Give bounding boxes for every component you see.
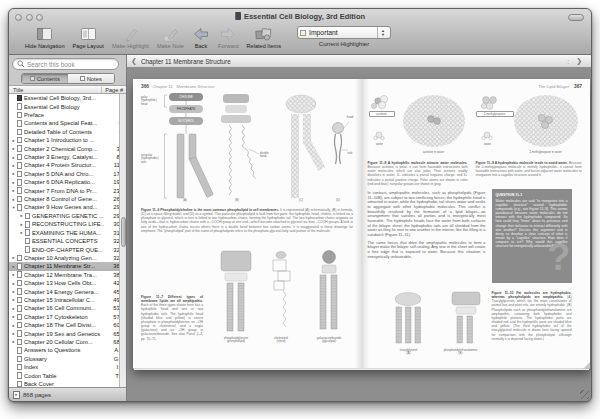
toc-row[interactable]: ▸ Chapter 11 Membrane Str... 363 — [9, 262, 126, 270]
disclosure-triangle[interactable]: ▸ — [11, 155, 16, 160]
water-label-left: water — [370, 143, 390, 146]
toc-row[interactable]: Answers to Questions A:1 — [9, 346, 126, 354]
toc-row[interactable]: ▾ Chapter 9 How Genes and... 297 — [9, 203, 126, 211]
disclosure-triangle[interactable]: ▸ — [11, 146, 16, 151]
toc-row[interactable]: Contents and Special Feat... ix — [9, 119, 126, 127]
highlighter-select[interactable]: Important ▲▼ — [297, 26, 391, 39]
search-input[interactable] — [27, 61, 114, 68]
toc-row[interactable]: Index I:1 — [9, 363, 126, 371]
disclosure-triangle[interactable]: ▸ — [19, 230, 24, 235]
make-highlight-button[interactable]: Make Highlight — [110, 26, 151, 50]
figure-11-10: triacylglycerol (A) phosphatidylethanola… — [376, 291, 488, 361]
toolbar-toggle-button[interactable] — [568, 14, 584, 21]
toc-row[interactable]: ▸ RECONSTRUCTING LIFE... 309 — [9, 220, 126, 228]
tab-contents[interactable]: Contents — [22, 74, 68, 83]
disclosure-triangle[interactable]: ▸ — [11, 138, 16, 143]
toc-row[interactable]: ▸ Chapter 2 Chemical Comp... 39 — [9, 144, 126, 152]
page-curl — [583, 362, 590, 369]
disclosure-triangle[interactable]: ▸ — [11, 255, 16, 260]
toc-row[interactable]: ▸ Chapter 8 Control of Gene... 269 — [9, 195, 126, 203]
forward-button[interactable]: Forward — [216, 26, 241, 50]
toc-row[interactable]: ESSENTIAL CONCEPTS 323 — [9, 237, 126, 245]
toc-row[interactable]: END-OF-CHAPTER QUE... 324 — [9, 245, 126, 253]
toc-row[interactable]: ▸ Chapter 6 DNA Replicatio... 197 — [9, 178, 126, 186]
sidebar-scrollbar[interactable] — [119, 94, 126, 387]
toc-row[interactable]: ▸ Chapter 17 Cytoskeleton 571 — [9, 313, 126, 321]
toc-item-icon — [17, 322, 22, 329]
highlighter-group: Important ▲▼ Current Highlighter — [297, 26, 391, 47]
toc-row[interactable]: Preface v — [9, 111, 126, 119]
page-layout-button[interactable]: Page Layout — [71, 26, 106, 50]
toc-row[interactable]: Glossary G:1 — [9, 355, 126, 363]
disclosure-triangle[interactable]: ▸ — [11, 264, 16, 269]
disclosure-triangle[interactable]: ▸ — [11, 272, 16, 277]
disclosure-triangle[interactable]: ▸ — [11, 323, 16, 328]
right-page-header: The Lipid Bilayer 367 — [538, 84, 582, 89]
sidebar-tabs: Contents Notes — [21, 73, 115, 84]
tab-notes[interactable]: Notes — [68, 74, 114, 83]
related-items-button[interactable]: Related Items — [245, 26, 284, 50]
toc-row[interactable]: ▸ GENERATING GENETIC ... 298 — [9, 212, 126, 220]
toc-row[interactable]: ▸ Chapter 1 Introduction to ... 1 — [9, 136, 126, 144]
disclosure-triangle[interactable]: ▸ — [11, 331, 16, 336]
splitter-handle-icon[interactable]: ⁚ — [567, 58, 569, 65]
toc-row[interactable]: ▸ Chapter 13 How Cells Obt... 425 — [9, 279, 126, 287]
toc-row[interactable]: Codon Table T:1 — [9, 371, 126, 379]
toc-row[interactable]: ▸ Chapter 14 Energy Genera... 453 — [9, 287, 126, 295]
toc-item-title: Chapter 1 Introduction to ... — [24, 137, 104, 143]
toc-row[interactable]: ▸ Chapter 20 Cellular Com... 689 — [9, 338, 126, 346]
disclosure-triangle[interactable]: ▾ — [11, 205, 16, 210]
toc-row[interactable]: ▸ Chapter 4 Protein Structur... 119 — [9, 161, 126, 169]
hide-navigation-button[interactable]: Hide Navigation — [23, 26, 67, 50]
toc-row[interactable]: Essential Cell Biology, 3rd... a — [9, 94, 126, 102]
polar-head-label: polar (hydrophilic) head — [141, 96, 163, 106]
disclosure-triangle[interactable]: ▸ — [11, 297, 16, 302]
toc-row[interactable]: ▸ Chapter 18 The Cell Divisi... 609 — [9, 321, 126, 329]
toc-row[interactable]: ▸ Chapter 15 Intracellular C... 495 — [9, 296, 126, 304]
book-spread[interactable]: 366 Chapter 11 Membrane Structure — [133, 79, 590, 368]
make-note-button[interactable]: Make Note — [155, 26, 186, 50]
toc-item-icon — [17, 255, 22, 262]
disclosure-triangle[interactable]: ▸ — [11, 188, 16, 193]
contents-tab-icon — [30, 76, 35, 82]
toc-row[interactable]: ▸ EXAMINING THE HUMA... 315 — [9, 229, 126, 237]
disclosure-triangle[interactable]: ▸ — [11, 339, 16, 344]
toc-row[interactable]: Detailed Table of Contents xi — [9, 128, 126, 136]
back-button[interactable]: Back — [190, 26, 212, 50]
resize-grip[interactable] — [580, 390, 589, 399]
toc-row[interactable]: ▸ Chapter 5 DNA and Chro... 171 — [9, 170, 126, 178]
popup-stepper-icon: ▲▼ — [377, 27, 388, 38]
toc-item-title: Chapter 17 Cytoskeleton — [24, 314, 104, 320]
toc-item-icon — [17, 297, 22, 304]
left-page-header: 366 Chapter 11 Membrane Structure — [141, 84, 215, 89]
disclosure-triangle[interactable]: ▸ — [19, 222, 24, 227]
toc-item-title: Contents and Special Feat... — [24, 120, 104, 126]
highlight-pen-icon — [122, 27, 139, 42]
toc-item-title: Essential Cell Biology, 3rd... — [24, 95, 104, 101]
right-page: The Lipid Bilayer 367 — [362, 79, 591, 368]
disclosure-triangle[interactable]: ▸ — [11, 163, 16, 168]
disclosure-triangle[interactable]: ▸ — [11, 180, 16, 185]
scrollbar-thumb[interactable] — [121, 217, 126, 247]
next-chapter-chevron[interactable]: ❯ — [572, 57, 586, 65]
toc-row[interactable]: ▸ Chapter 16 Cell Communi... 531 — [9, 304, 126, 312]
toc-row[interactable]: ▸ Chapter 3 Energy, Catalysi... 81 — [9, 153, 126, 161]
disclosure-triangle[interactable]: ▸ — [11, 281, 16, 286]
disclosure-triangle[interactable]: ▸ — [11, 171, 16, 176]
back-arrow-icon — [192, 27, 210, 42]
prev-chapter-chevron[interactable]: ❮ — [127, 57, 141, 65]
toc-item-icon — [17, 204, 22, 211]
toc-row[interactable]: ▸ Chapter 12 Membrane Tra... 387 — [9, 271, 126, 279]
disclosure-triangle[interactable]: ▸ — [11, 197, 16, 202]
toc-row[interactable]: ▸ Chapter 7 From DNA to Pr... 231 — [9, 186, 126, 194]
toc-row[interactable]: Essential Cell Biology a — [9, 102, 126, 110]
toc-row[interactable]: ▸ Chapter 19 Sex and Genetics 651 — [9, 329, 126, 337]
disclosure-triangle[interactable]: ▸ — [11, 314, 16, 319]
toc-item-icon — [17, 271, 22, 278]
search-field[interactable] — [12, 58, 119, 70]
disclosure-triangle[interactable]: ▸ — [11, 306, 16, 311]
disclosure-triangle[interactable]: ▸ — [19, 213, 24, 218]
toc-row[interactable]: Back Cover b — [9, 380, 126, 387]
toc-row[interactable]: ▸ Chapter 10 Analyzing Gen... 327 — [9, 254, 126, 262]
disclosure-triangle[interactable]: ▸ — [11, 289, 16, 294]
